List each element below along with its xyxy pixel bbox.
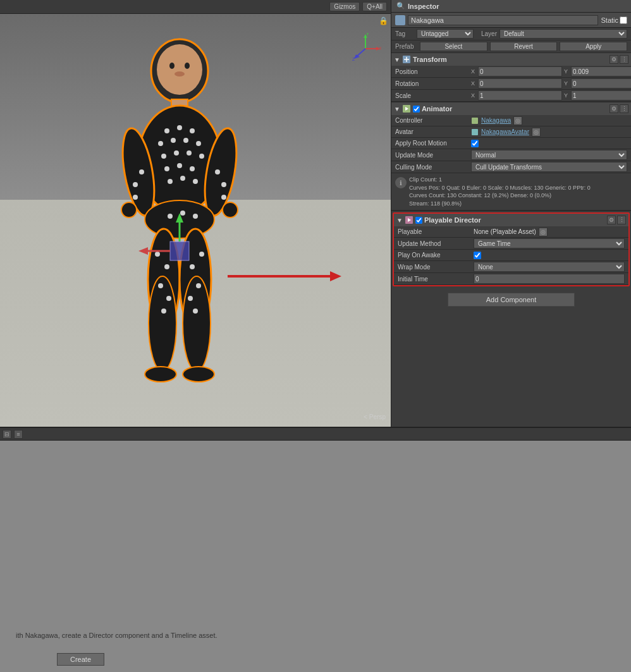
rotation-x-input[interactable]: [478, 78, 562, 89]
position-x-input[interactable]: [478, 66, 562, 76]
tag-layer-row: Tag Untagged Layer Default: [391, 28, 631, 40]
svg-point-37: [133, 195, 138, 200]
controller-value[interactable]: Nakagawa: [481, 117, 511, 124]
playable-director-more-icon[interactable]: ⋮: [617, 216, 626, 224]
svg-point-35: [133, 182, 138, 187]
svg-point-27: [164, 166, 169, 171]
svg-point-17: [177, 125, 182, 130]
animator-collapse-arrow[interactable]: ▼: [394, 106, 400, 113]
position-row: Position X Y Z: [391, 66, 631, 78]
svg-point-40: [221, 182, 226, 187]
svg-point-18: [190, 128, 195, 133]
prefab-revert-btn[interactable]: Revert: [490, 42, 558, 51]
controller-asset-icon: [471, 117, 479, 125]
svg-point-36: [139, 169, 144, 174]
svg-point-61: [193, 309, 198, 314]
add-component-button[interactable]: Add Component: [448, 293, 575, 307]
object-name-bar: Static: [391, 13, 631, 28]
update-mode-value: Normal AnimatePhysics UnscaledTime: [471, 150, 627, 160]
prefab-select-btn[interactable]: Select: [420, 42, 487, 51]
transform-icons: ⚙ ⋮: [610, 55, 628, 64]
culling-mode-label: Culling Mode: [395, 164, 471, 171]
all-button[interactable]: Q+All: [362, 2, 387, 11]
svg-point-46: [193, 214, 198, 219]
apply-root-motion-checkbox[interactable]: [471, 140, 479, 147]
scale-values: X Y Z: [471, 90, 631, 101]
svg-point-23: [161, 154, 166, 159]
avatar-label: Avatar: [395, 128, 471, 135]
update-mode-select[interactable]: Normal AnimatePhysics UnscaledTime: [471, 150, 627, 160]
svg-text:Z: Z: [352, 57, 355, 61]
create-button[interactable]: Create: [57, 653, 104, 666]
playable-label: Playable: [398, 228, 474, 235]
update-mode-row: Update Mode Normal AnimatePhysics Unscal…: [391, 149, 631, 161]
scale-y-input[interactable]: [571, 90, 631, 101]
bottom-description-text: ith Nakagawa, create a Director componen…: [9, 631, 622, 640]
tag-label: Tag: [395, 30, 414, 37]
apply-root-motion-value: [471, 140, 627, 147]
tag-select[interactable]: Untagged: [417, 29, 474, 39]
object-name-input[interactable]: [408, 15, 598, 25]
pd-update-method-value: Game Time Real Time Manual: [474, 238, 625, 248]
svg-point-51: [158, 283, 163, 288]
annotation-arrow: [221, 260, 348, 292]
rotation-y-input[interactable]: [571, 78, 631, 89]
layer-label: Layer: [481, 30, 497, 37]
transform-more-icon[interactable]: ⋮: [620, 55, 628, 64]
bottom-list-btn[interactable]: ≡: [14, 430, 23, 439]
wrap-mode-select[interactable]: None Hold Loop: [474, 262, 625, 272]
transform-collapse-arrow[interactable]: ▼: [394, 56, 400, 63]
svg-point-32: [193, 179, 198, 184]
y-label: Y: [564, 68, 570, 75]
axis-gizmo: Y X Z: [350, 33, 381, 64]
animator-enabled-checkbox[interactable]: [413, 106, 420, 113]
animator-icons: ⚙ ⋮: [610, 104, 628, 113]
svg-point-52: [166, 296, 171, 301]
bottom-section: ⊟ ≡ ith Nakagawa, create a Director comp…: [0, 427, 631, 672]
svg-point-41: [215, 169, 220, 174]
culling-mode-select[interactable]: Cull Update Transforms Always Animate Cu…: [471, 162, 627, 172]
static-checkbox[interactable]: [620, 16, 627, 24]
position-y-input[interactable]: [571, 66, 631, 76]
animator-more-icon[interactable]: ⋮: [620, 104, 628, 113]
animator-section: ▼ Animator ⚙ ⋮ Cont: [391, 102, 631, 211]
gizmos-button[interactable]: Gizmos: [329, 2, 360, 11]
avatar-asset-icon: [471, 128, 479, 136]
svg-point-29: [190, 166, 195, 171]
playable-director-header: ▼ Playable Director ⚙ ⋮: [394, 214, 628, 226]
svg-point-28: [177, 163, 182, 168]
play-on-awake-row: Play On Awake: [394, 250, 628, 261]
svg-text:X: X: [379, 46, 381, 51]
position-label: Position: [395, 68, 471, 75]
svg-point-45: [180, 211, 185, 216]
controller-label: Controller: [395, 117, 471, 124]
controller-select-btn[interactable]: ◎: [513, 116, 522, 125]
bottom-collapse-btn[interactable]: ⊟: [3, 430, 11, 439]
animator-settings-icon[interactable]: ⚙: [610, 104, 618, 113]
playable-director-settings-icon[interactable]: ⚙: [607, 216, 616, 224]
svg-point-13: [175, 71, 185, 76]
scale-x-input[interactable]: [478, 90, 562, 101]
wrap-mode-value: None Hold Loop: [474, 262, 625, 272]
scale-y-group: Y: [564, 90, 631, 101]
playable-director-enabled-checkbox[interactable]: [415, 217, 422, 224]
avatar-value[interactable]: NakagawaAvatar: [481, 128, 529, 135]
pd-update-method-select[interactable]: Game Time Real Time Manual: [474, 238, 625, 248]
animator-icon: [402, 104, 411, 113]
initial-time-input[interactable]: [474, 274, 625, 284]
playable-director-collapse-arrow[interactable]: ▼: [396, 217, 403, 224]
viewport-panel[interactable]: Gizmos Q+All 🔒 Y: [0, 0, 391, 427]
transform-settings-icon[interactable]: ⚙: [610, 55, 618, 64]
avatar-select-btn[interactable]: ◎: [532, 128, 541, 137]
playable-select-btn[interactable]: ◎: [539, 228, 548, 236]
svg-point-30: [168, 179, 173, 184]
stats-info-icon: ℹ: [395, 177, 407, 188]
svg-point-19: [158, 141, 163, 146]
layer-select[interactable]: Default: [499, 29, 627, 39]
svg-point-12: [185, 63, 190, 69]
apply-root-motion-row: Apply Root Motion: [391, 138, 631, 149]
play-on-awake-checkbox[interactable]: [474, 252, 481, 259]
apply-root-motion-label: Apply Root Motion: [395, 140, 471, 147]
svg-point-54: [145, 367, 176, 382]
prefab-apply-btn[interactable]: Apply: [560, 42, 627, 51]
